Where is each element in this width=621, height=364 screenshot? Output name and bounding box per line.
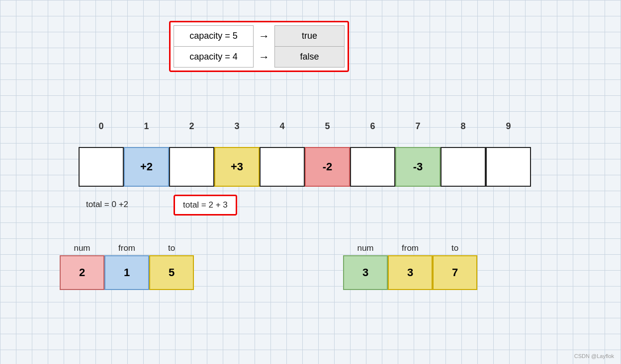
array-cell-5: -2 [305,147,350,187]
index-7: 7 [395,121,441,132]
bottom-section: num from to 2 1 5 num from to 3 3 7 [60,243,477,290]
header-num-left: num [60,243,104,253]
table-row: capacity = 5 → true [174,26,345,47]
index-3: 3 [214,121,260,132]
arrow-2-icon: → [254,47,275,68]
entry-data-row-left: 2 1 5 [60,255,194,290]
data-num-right: 3 [343,255,388,290]
header-from-right: from [388,243,433,253]
capacity-table: capacity = 5 → true capacity = 4 → false [174,25,345,68]
index-row: 0 1 2 3 4 5 6 7 8 9 [79,121,531,132]
index-0: 0 [79,121,124,132]
array-cell-4 [260,147,305,187]
true-label: true [275,26,345,47]
index-1: 1 [124,121,169,132]
entry-table-right: num from to 3 3 7 [343,243,477,290]
capacity-4-label: capacity = 4 [174,47,254,68]
array-cell-6 [350,147,395,187]
header-from-left: from [104,243,149,253]
array-cell-9 [486,147,531,187]
array-cell-7: -3 [395,147,441,187]
header-to-left: to [149,243,194,253]
main-content: capacity = 5 → true capacity = 4 → false… [0,0,621,364]
data-from-left: 1 [104,255,149,290]
total-label-1: total = 0 +2 [86,200,128,210]
array-cell-8 [441,147,486,187]
data-to-right: 7 [433,255,477,290]
data-to-left: 5 [149,255,194,290]
array-cell-2 [169,147,214,187]
index-8: 8 [441,121,486,132]
total-label-2: total = 2 + 3 [183,200,228,210]
index-2: 2 [169,121,214,132]
entry-header-row-left: num from to [60,243,194,253]
header-num-right: num [343,243,388,253]
table-row: capacity = 4 → false [174,47,345,68]
total-box-2: total = 2 + 3 [174,195,237,216]
index-9: 9 [486,121,531,132]
array-cell-3: +3 [214,147,260,187]
entry-header-row-right: num from to [343,243,477,253]
index-4: 4 [260,121,305,132]
array-cell-0 [79,147,124,187]
false-label: false [275,47,345,68]
data-from-right: 3 [388,255,433,290]
capacity-5-label: capacity = 5 [174,26,254,47]
entry-data-row-right: 3 3 7 [343,255,477,290]
array-cell-1: +2 [124,147,169,187]
array-row: +2 +3 -2 -3 [79,147,531,187]
header-to-right: to [433,243,477,253]
data-num-left: 2 [60,255,104,290]
arrow-1-icon: → [254,26,275,47]
index-5: 5 [305,121,350,132]
watermark: CSDN @Layflok [574,353,614,359]
entry-table-left: num from to 2 1 5 [60,243,194,290]
capacity-box: capacity = 5 → true capacity = 4 → false [169,21,349,72]
index-6: 6 [350,121,395,132]
